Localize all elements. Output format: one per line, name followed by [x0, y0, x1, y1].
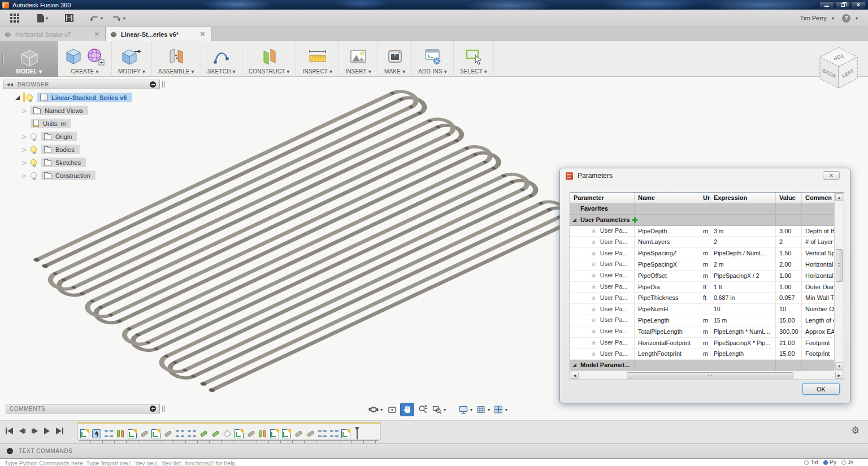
ribbon-group-select[interactable]: SELECT ▾ [454, 41, 494, 77]
col-value[interactable]: Value [776, 193, 802, 203]
expression-cell[interactable]: PipeSpacingX / 2 [710, 271, 776, 282]
comment-cell[interactable]: Horizontal S [802, 259, 834, 271]
pipe-feature-icon[interactable] [246, 429, 255, 438]
mode-js[interactable]: Js [841, 459, 853, 465]
pattern-feature-icon[interactable] [187, 429, 196, 438]
browser-panel-header[interactable]: BROWSER [3, 80, 160, 89]
browser-panel-grip[interactable] [162, 81, 165, 88]
expression-cell[interactable]: PipeDepth / NumL... [710, 248, 776, 259]
browser-item-origin[interactable]: ▷Origin [3, 132, 172, 141]
save-button[interactable] [65, 14, 73, 22]
orbit-button[interactable]: ▾ [367, 403, 384, 416]
pattern-feature-icon[interactable] [104, 429, 113, 438]
favorite-star-icon[interactable]: ★ [591, 284, 597, 290]
pipe-green-feature-icon[interactable] [211, 429, 220, 438]
expand-arrow-icon[interactable]: ▷ [23, 147, 31, 153]
ribbon-group-sketch[interactable]: SKETCH ▾ [201, 41, 242, 77]
sketch-feature-icon[interactable] [341, 429, 350, 438]
visibility-bulb-icon[interactable] [31, 133, 37, 140]
go-to-end-button[interactable] [56, 428, 63, 434]
expand-arrow-icon[interactable]: ▷ [23, 160, 31, 166]
expand-circle-icon[interactable] [150, 406, 156, 412]
favorite-star-icon[interactable]: ★ [591, 261, 597, 268]
user-parameters-group-row[interactable]: User Parameters [570, 215, 834, 226]
collapse-circle-icon[interactable] [150, 81, 156, 88]
sketch-feature-icon[interactable] [151, 429, 160, 438]
expand-arrow-icon[interactable] [15, 95, 20, 100]
scroll-right-icon[interactable]: ▶ [835, 372, 843, 379]
favorite-star-icon[interactable]: ★ [591, 339, 597, 346]
model-parameters-group-row[interactable]: Model Paramet... [570, 360, 834, 371]
expand-arrow-icon[interactable]: ▷ [23, 173, 31, 178]
favorite-star-icon[interactable]: ★ [591, 295, 597, 302]
comment-cell[interactable]: Footprint [802, 338, 834, 349]
parameter-row-horizontalfootprint[interactable]: ★User Pa...HorizontalFootprintmPipeSpaci… [570, 338, 834, 349]
expression-cell[interactable]: 3 m [710, 226, 776, 237]
scroll-up-icon[interactable]: ▲ [835, 193, 843, 201]
parameter-row-pipespacingx[interactable]: ★User Pa...PipeSpacingXm2 m2.00Horizonta… [570, 259, 834, 271]
ok-button[interactable]: OK [802, 383, 840, 395]
visibility-bulb-icon[interactable] [31, 172, 37, 178]
comment-cell[interactable]: Depth of Bo [802, 226, 834, 237]
comment-cell[interactable]: Vertical Spa [802, 248, 834, 259]
redo-button[interactable]: ▾ [112, 15, 125, 22]
extrude-feature-icon[interactable] [92, 429, 101, 438]
ribbon-group-assemble[interactable]: ASSEMBLE ▾ [152, 41, 201, 77]
tab-linear-stacked-series[interactable]: Linear-St...eries v6* ✕ [106, 27, 211, 41]
sketch-feature-icon[interactable] [235, 429, 244, 438]
col-parameter[interactable]: Parameter [570, 193, 635, 203]
app-grid-button[interactable] [10, 17, 20, 19]
timeline-playhead[interactable] [354, 427, 360, 441]
dialog-titlebar[interactable]: Parameters [566, 172, 613, 180]
vertical-scroll-thumb[interactable] [836, 249, 843, 282]
expression-cell[interactable]: 0.687 in [710, 293, 776, 304]
ribbon-group-create[interactable]: CREATE ▾ [58, 41, 112, 77]
pipe-feature-icon[interactable] [306, 429, 315, 438]
collapse-panel-icon[interactable] [7, 83, 13, 86]
parameter-row-numlayers[interactable]: ★User Pa...NumLayers22# of Layer [570, 237, 834, 248]
browser-item-construction[interactable]: ▷Construction [3, 171, 172, 180]
undo-button[interactable]: ▾ [89, 15, 103, 22]
favorites-group-row[interactable]: Favorites [570, 203, 834, 215]
mode-txt[interactable]: Txt [804, 459, 818, 465]
col-comments[interactable]: Commen [802, 193, 834, 203]
favorite-star-icon[interactable]: ★ [591, 250, 597, 257]
ribbon-group-construct[interactable]: CONSTRUCT ▾ [242, 41, 297, 77]
pipe-green-feature-icon[interactable] [199, 429, 208, 438]
vertical-scrollbar[interactable]: ▲ ▼ [834, 193, 844, 371]
parameter-row-lengthfootprint[interactable]: ★User Pa...LengthFootprintmPipeLength15.… [570, 349, 834, 360]
sketch-feature-icon[interactable] [282, 429, 291, 438]
parameter-row-totalpipelength[interactable]: ★User Pa...TotalPipeLengthmPipeLength * … [570, 326, 834, 338]
comments-panel-grip[interactable] [162, 406, 165, 412]
step-forward-button[interactable] [32, 428, 38, 434]
help-button[interactable]: ? [842, 14, 850, 23]
expression-cell[interactable]: PipeSpacingX * Pip... [710, 338, 776, 349]
sphere-feature-icon[interactable] [223, 429, 232, 438]
browser-item-units-m[interactable]: Units: m [3, 119, 172, 128]
expand-arrow-icon[interactable]: ▷ [23, 108, 31, 114]
horizontal-scroll-thumb[interactable] [627, 372, 793, 378]
parameter-row-pipespacingz[interactable]: ★User Pa...PipeSpacingZmPipeDepth / NumL… [570, 248, 834, 259]
display-settings-button[interactable]: ▾ [457, 403, 474, 416]
expression-cell[interactable]: 1 ft [710, 282, 776, 293]
comment-cell[interactable]: Outer Diar [802, 282, 834, 293]
zoom-window-button[interactable]: ▾ [431, 403, 447, 416]
ribbon-group-addins[interactable]: ADD-INS ▾ [412, 41, 454, 77]
col-name[interactable]: Name [635, 193, 701, 203]
tab-horizontal-snake[interactable]: Horizontal Snake v7 ✕ [0, 27, 106, 41]
look-at-button[interactable] [385, 403, 399, 416]
mirror-feature-icon[interactable] [258, 429, 267, 438]
file-menu-button[interactable]: ▾ [37, 14, 48, 23]
expand-arrow-icon[interactable] [572, 363, 576, 367]
pipe-feature-icon[interactable] [294, 429, 303, 438]
expression-cell[interactable]: PipeLength [710, 349, 776, 360]
account-user[interactable]: Tim Perry [800, 15, 827, 21]
text-commands-bar[interactable]: TEXT COMMANDS [0, 443, 868, 459]
collapse-circle-icon[interactable] [7, 448, 13, 454]
pattern-feature-icon[interactable] [329, 429, 338, 438]
go-to-start-button[interactable] [6, 428, 13, 434]
favorite-star-icon[interactable]: ★ [591, 239, 597, 246]
parameter-row-pipedepth[interactable]: ★User Pa...PipeDepthm3 m3.00Depth of Bo [570, 226, 834, 237]
comment-cell[interactable]: Length of e [802, 315, 834, 326]
ribbon-group-modify[interactable]: MODIFY ▾ [112, 41, 152, 77]
